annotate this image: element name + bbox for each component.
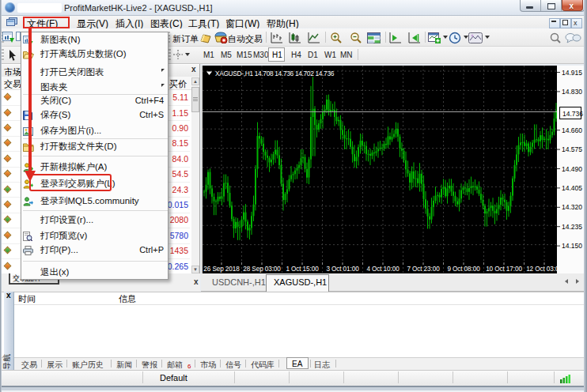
svg-text:14.320: 14.320 xyxy=(562,203,582,211)
svg-text:7 Oct 23:00: 7 Oct 23:00 xyxy=(407,266,440,273)
svg-text:26 Sep 2018: 26 Sep 2018 xyxy=(203,266,240,273)
svg-text:14.830: 14.830 xyxy=(562,88,582,96)
svg-text:14.490: 14.490 xyxy=(562,165,582,173)
svg-text:14.405: 14.405 xyxy=(562,184,582,192)
svg-text:XAGUSD-,H1 14.708 14.736 14.7: XAGUSD-,H1 14.708 14.736 14.702 14.736 xyxy=(215,70,335,77)
svg-text:10 Oct 17:00: 10 Oct 17:00 xyxy=(486,266,522,273)
svg-text:14.150: 14.150 xyxy=(562,242,582,250)
svg-text:14.915: 14.915 xyxy=(562,69,582,77)
svg-text:1 Oct 15:00: 1 Oct 15:00 xyxy=(286,266,319,273)
svg-text:14.575: 14.575 xyxy=(562,145,582,153)
svg-text:3 Oct 01:00: 3 Oct 01:00 xyxy=(326,266,359,273)
svg-text:14.235: 14.235 xyxy=(562,223,582,231)
svg-text:14.736: 14.736 xyxy=(562,110,583,118)
svg-text:9 Oct 08:00: 9 Oct 08:00 xyxy=(447,266,480,273)
svg-text:4 Oct 10:00: 4 Oct 10:00 xyxy=(366,266,400,273)
svg-text:28 Sep 03:00: 28 Sep 03:00 xyxy=(243,266,281,273)
svg-text:14.660: 14.660 xyxy=(562,126,582,134)
